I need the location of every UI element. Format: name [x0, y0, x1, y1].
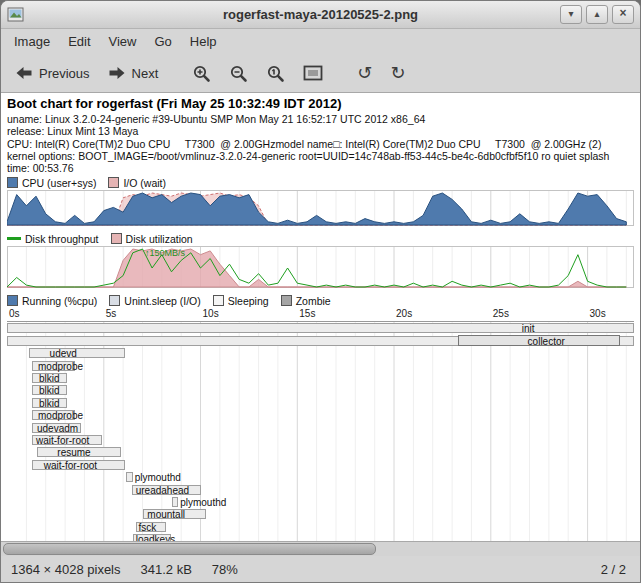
- disk-utilization-legend-label: Disk utilization: [126, 233, 193, 245]
- best-fit-button[interactable]: [295, 59, 331, 87]
- cpu-legend: CPU (user+sys) I/O (wait): [7, 177, 640, 188]
- next-label: Next: [132, 66, 159, 81]
- cpu-legend-label: CPU (user+sys): [22, 177, 96, 189]
- bootchart-image: Boot chart for rogerfast (Fri May 25 10:…: [1, 93, 640, 541]
- window-title: rogerfast-maya-20120525-2.png: [1, 7, 640, 22]
- process-label: wait-for-root: [44, 460, 97, 471]
- axis-tick-label: 15s: [299, 308, 315, 319]
- minimize-button[interactable]: ▾: [560, 5, 582, 24]
- toolbar: Previous Next: [1, 54, 640, 92]
- image-counter: 2 / 2: [601, 562, 626, 577]
- disk-peak-annotation: ↑150MB/s: [145, 248, 186, 258]
- process-state-legend: Running (%cpu) Unint.sleep (I/O) Sleepin…: [7, 295, 640, 306]
- process-label: loadkeys: [136, 534, 175, 541]
- disk-throughput-legend-label: Disk throughput: [25, 233, 99, 245]
- process-label: modprobe: [38, 361, 83, 372]
- rotate-right-button[interactable]: ↻: [382, 62, 413, 84]
- rotate-left-button[interactable]: ↺: [349, 62, 380, 84]
- unint-sleep-swatch-icon: [109, 295, 120, 306]
- process-label: udevadm: [37, 423, 78, 434]
- image-display-area: Boot chart for rogerfast (Fri May 25 10:…: [1, 92, 640, 556]
- io-wait-swatch-icon: [108, 177, 119, 188]
- zoom-normal-icon: [266, 64, 285, 83]
- horizontal-scrollbar-thumb[interactable]: [3, 543, 376, 555]
- image-viewer-icon: [7, 7, 24, 22]
- menu-image[interactable]: Image: [5, 31, 59, 52]
- horizontal-scrollbar[interactable]: [1, 541, 640, 556]
- bootchart-uname: uname: Linux 3.2.0-24-generic #39-Ubuntu…: [7, 113, 640, 125]
- zoom-in-button[interactable]: [184, 59, 219, 88]
- arrow-right-icon: [108, 66, 126, 80]
- previous-label: Previous: [39, 66, 90, 81]
- menu-edit[interactable]: Edit: [59, 31, 99, 52]
- unint-sleep-legend-label: Unint.sleep (I/O): [124, 295, 200, 307]
- process-label: blkid: [39, 385, 60, 396]
- next-button[interactable]: Next: [100, 61, 167, 86]
- menu-go[interactable]: Go: [146, 31, 181, 52]
- disk-throughput-swatch-icon: [7, 237, 21, 240]
- arrow-left-icon: [15, 66, 33, 80]
- zoom-level: 78%: [212, 562, 238, 577]
- sleeping-legend-label: Sleeping: [228, 295, 269, 307]
- bootchart-kernel-options: kernel options: BOOT_IMAGE=/boot/vmlinuz…: [7, 150, 640, 162]
- process-label: plymouthd: [135, 472, 181, 483]
- process-label: mountall: [147, 509, 185, 520]
- titlebar[interactable]: rogerfast-maya-20120525-2.png ▾ ▴ ×: [1, 1, 640, 29]
- zombie-legend-label: Zombie: [296, 295, 331, 307]
- process-label: wait-for-root: [36, 435, 89, 446]
- zoom-in-icon: [192, 64, 211, 83]
- axis-tick-label: 5s: [106, 308, 117, 319]
- process-label: blkid: [39, 373, 60, 384]
- maximize-button[interactable]: ▴: [586, 5, 608, 24]
- axis-tick-label: 0s: [9, 308, 20, 319]
- zoom-out-button[interactable]: [221, 59, 256, 88]
- zombie-swatch-icon: [281, 295, 292, 306]
- bootchart-boot-time: time: 00:53.76: [7, 162, 640, 174]
- window-controls: ▾ ▴ ×: [560, 5, 634, 24]
- bootchart-cpu-info: CPU: Intel(R) Core(TM)2 Duo CPU T7300 @ …: [7, 138, 640, 150]
- close-button[interactable]: ×: [612, 5, 634, 24]
- process-label: udevd: [50, 348, 77, 359]
- cpu-chart: [7, 190, 634, 226]
- process-label: modprobe: [38, 410, 83, 421]
- process-label: blkid: [39, 398, 60, 409]
- process-bar: [7, 323, 634, 333]
- image-viewer-window: rogerfast-maya-20120525-2.png ▾ ▴ × Imag…: [0, 0, 641, 583]
- sleeping-swatch-icon: [213, 295, 224, 306]
- running-legend-label: Running (%cpu): [22, 295, 97, 307]
- process-label: resume: [57, 447, 90, 458]
- menubar: Image Edit View Go Help: [1, 29, 640, 54]
- cpu-swatch-icon: [7, 177, 18, 188]
- process-label: plymouthd: [180, 497, 226, 508]
- axis-tick-label: 25s: [493, 308, 509, 319]
- best-fit-icon: [303, 64, 323, 82]
- io-wait-legend-label: I/O (wait): [123, 177, 166, 189]
- process-gantt: initcollectorudevdmodprobeblkidblkidblki…: [7, 322, 634, 541]
- process-label: collector: [528, 336, 565, 347]
- process-bar: [29, 348, 125, 358]
- image-filesize: 341.2 kB: [141, 562, 192, 577]
- menu-view[interactable]: View: [100, 31, 146, 52]
- zoom-out-icon: [229, 64, 248, 83]
- image-viewport: Boot chart for rogerfast (Fri May 25 10:…: [1, 93, 640, 541]
- statusbar: 1364 × 4028 pixels 341.2 kB 78% 2 / 2: [1, 556, 640, 582]
- disk-utilization-swatch-icon: [111, 233, 122, 244]
- process-label: init: [522, 323, 535, 334]
- image-dimensions: 1364 × 4028 pixels: [11, 562, 121, 577]
- menu-help[interactable]: Help: [181, 31, 226, 52]
- bootchart-title: Boot chart for rogerfast (Fri May 25 10:…: [7, 96, 640, 111]
- running-swatch-icon: [7, 295, 18, 306]
- bootchart-release: release: Linux Mint 13 Maya: [7, 125, 640, 137]
- time-axis: 0s5s10s15s20s25s30s: [7, 308, 634, 322]
- process-bar: [126, 472, 133, 482]
- process-label: fsck: [139, 522, 157, 533]
- axis-tick-label: 30s: [590, 308, 606, 319]
- zoom-normal-button[interactable]: [258, 59, 293, 88]
- process-label: ureadahead: [136, 485, 189, 496]
- disk-legend: Disk throughput Disk utilization: [7, 233, 640, 244]
- previous-button[interactable]: Previous: [7, 61, 98, 86]
- axis-tick-label: 20s: [396, 308, 412, 319]
- disk-chart: ↑150MB/s: [7, 246, 634, 288]
- axis-tick-label: 10s: [203, 308, 219, 319]
- process-bar: [172, 497, 179, 507]
